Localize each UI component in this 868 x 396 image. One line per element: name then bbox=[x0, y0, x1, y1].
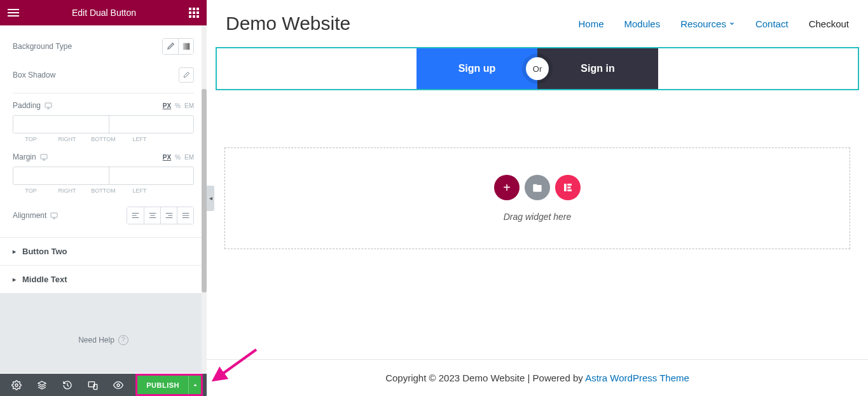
padding-top-input[interactable] bbox=[13, 116, 109, 133]
footer-link[interactable]: Astra WordPress Theme bbox=[585, 372, 689, 383]
menu-icon[interactable] bbox=[8, 9, 19, 17]
site-header: Demo Website Home Modules Resources Cont… bbox=[207, 0, 868, 47]
site-title: Demo Website bbox=[226, 13, 350, 34]
settings-icon[interactable] bbox=[4, 374, 29, 396]
accordion-button-two[interactable]: ▸ Button Two bbox=[0, 237, 207, 265]
align-right-button[interactable] bbox=[160, 207, 177, 224]
accordion-middle-text-label: Middle Text bbox=[22, 275, 67, 284]
padding-top-label: TOP bbox=[13, 136, 49, 142]
panel-content: Background Type Box Shadow Padding bbox=[0, 25, 207, 374]
align-left-button[interactable] bbox=[127, 207, 144, 224]
template-library-button[interactable] bbox=[525, 175, 550, 200]
panel-title: Edit Dual Button bbox=[72, 8, 136, 18]
preview-pane: Demo Website Home Modules Resources Cont… bbox=[207, 0, 868, 396]
background-gradient-button[interactable] bbox=[178, 39, 193, 54]
margin-unit-percent[interactable]: % bbox=[175, 154, 181, 161]
add-section-button[interactable]: + bbox=[494, 175, 520, 200]
margin-right-input[interactable] bbox=[109, 167, 194, 184]
background-type-group bbox=[162, 38, 194, 55]
need-help-label: Need Help bbox=[78, 336, 114, 345]
site-footer: Copyright © 2023 Demo Website | Powered … bbox=[207, 359, 868, 396]
padding-label: Padding bbox=[13, 101, 52, 110]
publish-wrap: PUBLISH bbox=[135, 374, 203, 396]
padding-units: PX % EM bbox=[163, 102, 194, 109]
nav-home[interactable]: Home bbox=[579, 18, 604, 29]
align-justify-button[interactable] bbox=[177, 207, 193, 224]
margin-spacer bbox=[158, 188, 194, 194]
padding-spacer bbox=[158, 136, 194, 142]
editor-footer: PUBLISH bbox=[0, 374, 207, 396]
footer-text: Copyright © 2023 Demo Website | Powered … bbox=[385, 372, 585, 383]
alignment-label: Alignment bbox=[13, 211, 58, 220]
alignment-group bbox=[127, 207, 194, 224]
margin-bottom-label: BOTTOM bbox=[85, 188, 121, 194]
padding-label-text: Padding bbox=[13, 101, 41, 110]
padding-section: Padding PX % EM TOP RIG bbox=[0, 97, 207, 149]
editor-sidebar: Edit Dual Button Background Type Box Sha… bbox=[0, 0, 207, 396]
svg-rect-2 bbox=[41, 154, 47, 159]
publish-button[interactable]: PUBLISH bbox=[137, 376, 188, 394]
dual-button-right[interactable]: Sign in bbox=[537, 48, 658, 89]
margin-labels: TOP RIGHT BOTTOM LEFT bbox=[13, 188, 194, 194]
desktop-icon[interactable] bbox=[40, 153, 48, 161]
dual-button-left[interactable]: Sign up bbox=[417, 48, 537, 89]
need-help-link[interactable]: Need Help ? bbox=[78, 335, 128, 345]
margin-inputs bbox=[13, 167, 194, 185]
scrollbar-thumb[interactable] bbox=[202, 89, 207, 292]
nav-resources[interactable]: Resources bbox=[680, 18, 735, 29]
widgets-grid-icon[interactable] bbox=[189, 8, 199, 18]
padding-right-input[interactable] bbox=[109, 116, 194, 133]
canvas-area: Sign up Sign in Or + Drag widget here bbox=[207, 47, 868, 359]
widget-spacer-right bbox=[658, 48, 858, 89]
padding-labels: TOP RIGHT BOTTOM LEFT bbox=[13, 136, 194, 142]
svg-rect-0 bbox=[183, 43, 189, 50]
padding-bottom-label: BOTTOM bbox=[85, 136, 121, 142]
padding-header: Padding PX % EM bbox=[13, 101, 194, 110]
alignment-row: Alignment bbox=[0, 200, 207, 237]
margin-label: Margin bbox=[13, 153, 48, 161]
responsive-icon[interactable] bbox=[80, 374, 106, 396]
caret-right-icon: ▸ bbox=[13, 248, 16, 255]
nav-resources-label: Resources bbox=[680, 18, 726, 29]
svg-rect-1 bbox=[45, 103, 52, 107]
publish-options-button[interactable] bbox=[188, 376, 201, 394]
background-classic-button[interactable] bbox=[163, 39, 178, 54]
desktop-icon[interactable] bbox=[45, 102, 52, 109]
preview-icon[interactable] bbox=[106, 374, 131, 396]
widget-spacer-left bbox=[217, 48, 417, 89]
history-icon[interactable] bbox=[55, 374, 80, 396]
help-icon: ? bbox=[118, 335, 128, 345]
margin-unit-px[interactable]: PX bbox=[163, 154, 171, 161]
padding-unit-em[interactable]: EM bbox=[184, 102, 194, 109]
box-shadow-edit-button[interactable] bbox=[179, 67, 194, 83]
accordion-middle-text[interactable]: ▸ Middle Text bbox=[0, 265, 207, 294]
chevron-down-icon bbox=[729, 20, 735, 27]
align-center-button[interactable] bbox=[144, 207, 160, 224]
accordion-button-two-label: Button Two bbox=[22, 247, 67, 256]
nav-contact[interactable]: Contact bbox=[755, 18, 789, 29]
nav-modules[interactable]: Modules bbox=[624, 18, 661, 29]
drop-zone[interactable]: + Drag widget here bbox=[224, 147, 850, 249]
margin-units: PX % EM bbox=[163, 154, 194, 161]
panel-header: Edit Dual Button bbox=[0, 0, 207, 25]
margin-header: Margin PX % EM bbox=[13, 153, 194, 161]
elementskit-button[interactable] bbox=[555, 175, 581, 200]
padding-unit-px[interactable]: PX bbox=[163, 102, 171, 109]
desktop-icon[interactable] bbox=[50, 212, 58, 219]
box-shadow-label: Box Shadow bbox=[13, 71, 55, 79]
svg-rect-3 bbox=[51, 213, 57, 217]
dual-button-widget[interactable]: Sign up Sign in Or bbox=[216, 47, 859, 90]
background-type-row: Background Type bbox=[0, 25, 207, 61]
margin-label-text: Margin bbox=[13, 153, 36, 161]
nav-checkout[interactable]: Checkout bbox=[809, 18, 849, 29]
panel-collapse-handle[interactable]: ◂ bbox=[207, 186, 214, 211]
drop-zone-icons: + bbox=[252, 175, 823, 200]
margin-left-label: LEFT bbox=[121, 188, 158, 194]
padding-left-label: LEFT bbox=[121, 136, 158, 142]
margin-top-input[interactable] bbox=[13, 167, 109, 184]
margin-unit-em[interactable]: EM bbox=[184, 154, 194, 161]
padding-unit-percent[interactable]: % bbox=[175, 102, 181, 109]
padding-right-label: RIGHT bbox=[49, 136, 85, 142]
drop-zone-text: Drag widget here bbox=[252, 212, 823, 222]
navigator-icon[interactable] bbox=[29, 374, 55, 396]
